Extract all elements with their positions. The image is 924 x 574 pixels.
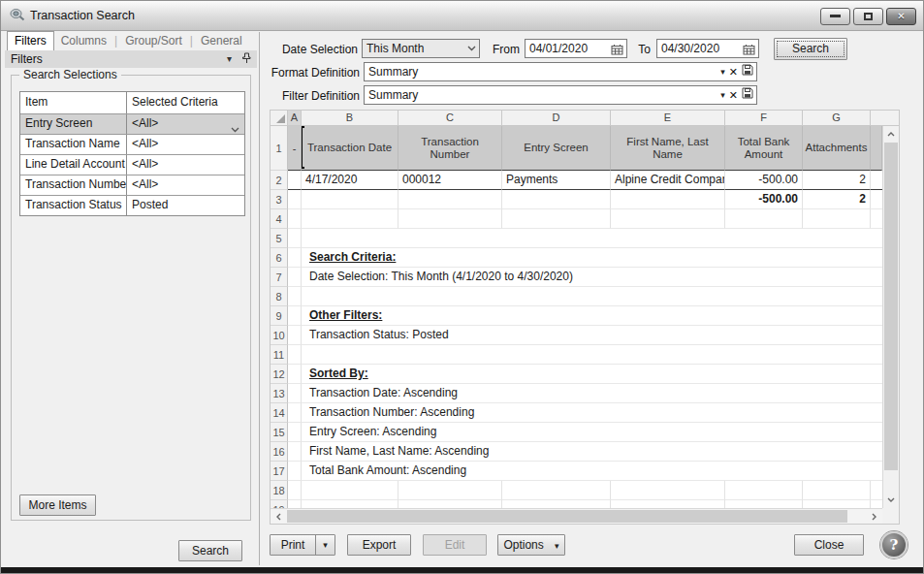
grid-merged-cell[interactable]: Transaction Status: Posted: [302, 326, 882, 345]
grid-cell[interactable]: [398, 481, 502, 500]
grid-cell[interactable]: [288, 287, 302, 306]
clear-icon[interactable]: ✕: [729, 66, 738, 78]
criteria-value[interactable]: <All>: [127, 155, 244, 175]
filter-definition-dropdown[interactable]: Summary ▾ ✕: [364, 85, 757, 105]
grid-cell[interactable]: [288, 423, 302, 442]
grid-cell[interactable]: [725, 500, 803, 508]
grid-cell[interactable]: [502, 190, 611, 209]
save-icon[interactable]: [742, 63, 753, 80]
grid-cell[interactable]: [611, 500, 725, 508]
grid-merged-cell[interactable]: Entry Screen: Ascending: [302, 423, 882, 442]
horizontal-scroll-thumb[interactable]: [287, 510, 847, 523]
grid-merged-cell[interactable]: Transaction Number: Ascending: [302, 403, 882, 423]
pin-icon[interactable]: [242, 52, 251, 66]
grid-merged-cell[interactable]: First Name, Last Name: Ascending: [302, 442, 882, 462]
row-header[interactable]: 5: [271, 229, 288, 248]
grid-merged-cell[interactable]: [302, 287, 882, 306]
to-date-input[interactable]: 04/30/2020: [656, 39, 759, 58]
row-header[interactable]: 16: [271, 442, 288, 462]
grid-cell[interactable]: Payments: [502, 171, 611, 190]
row-header[interactable]: 11: [271, 345, 288, 365]
criteria-value[interactable]: <All>: [127, 175, 244, 195]
criteria-row[interactable]: Transaction Name<All>: [20, 134, 244, 154]
vertical-scroll-thumb[interactable]: [884, 143, 898, 470]
calendar-icon[interactable]: [743, 43, 755, 58]
scroll-right-arrow[interactable]: [866, 509, 882, 524]
left-search-button[interactable]: Search: [178, 540, 242, 561]
grid-cell[interactable]: [302, 190, 398, 209]
close-button[interactable]: Close: [794, 534, 864, 556]
format-definition-dropdown[interactable]: Summary ▾ ✕: [364, 62, 757, 81]
grid-cell[interactable]: [288, 442, 302, 462]
criteria-row[interactable]: Entry Screen<All>: [20, 113, 244, 134]
grid-cell[interactable]: [288, 229, 302, 248]
grid-merged-cell[interactable]: Transaction Date: Ascending: [302, 384, 882, 403]
grid-cell[interactable]: 2: [803, 190, 871, 209]
tab-filters[interactable]: Filters: [7, 31, 54, 50]
tab-columns[interactable]: Columns: [54, 32, 113, 50]
more-items-button[interactable]: More Items: [19, 494, 96, 516]
row-header[interactable]: 15: [271, 423, 288, 442]
from-date-input[interactable]: 04/01/2020: [525, 39, 627, 58]
column-letter-E[interactable]: E: [611, 111, 725, 126]
grid-merged-cell[interactable]: Total Bank Amount: Ascending: [302, 462, 882, 481]
vertical-scrollbar[interactable]: [882, 126, 899, 508]
grid-merged-cell[interactable]: [302, 229, 882, 248]
grid-cell[interactable]: [302, 500, 398, 508]
row-header[interactable]: 8: [271, 287, 288, 306]
criteria-row[interactable]: Line Detail Account<All>: [20, 154, 244, 175]
scroll-up-arrow[interactable]: [883, 126, 899, 143]
grid-cell[interactable]: [725, 481, 803, 500]
print-button[interactable]: Print: [271, 535, 315, 555]
grid-cell[interactable]: [502, 209, 611, 229]
grid-column-header[interactable]: Transaction Number: [398, 126, 502, 171]
row-header[interactable]: 14: [271, 403, 288, 423]
criteria-row[interactable]: Transaction Number<All>: [20, 175, 244, 195]
scroll-left-arrow[interactable]: [271, 509, 287, 524]
select-all-corner[interactable]: [271, 111, 288, 126]
grid-cell[interactable]: [611, 481, 725, 500]
dropdown-arrow-icon[interactable]: ▾: [720, 90, 725, 100]
close-window-button[interactable]: ✕: [886, 8, 916, 25]
grid-cell[interactable]: [803, 209, 871, 229]
grid-merged-cell[interactable]: Date Selection: This Month (4/1/2020 to …: [302, 268, 882, 287]
tab-group-sort[interactable]: Group/Sort: [118, 32, 189, 50]
grid-cell[interactable]: [398, 500, 502, 508]
grid-cell[interactable]: [288, 365, 302, 384]
grid-cell[interactable]: Alpine Credit Company: [611, 171, 725, 190]
search-button[interactable]: Search: [774, 38, 847, 60]
collapse-chevron-icon[interactable]: ▾: [227, 54, 232, 64]
row-header[interactable]: 2: [271, 171, 288, 190]
column-letter-A[interactable]: A: [288, 111, 302, 126]
row-header[interactable]: 17: [271, 462, 288, 481]
grid-cell[interactable]: [288, 403, 302, 423]
chevron-down-icon[interactable]: [231, 120, 239, 134]
column-letter-G[interactable]: G: [803, 111, 871, 126]
row-header[interactable]: 7: [271, 268, 288, 287]
options-button[interactable]: Options ▾: [497, 534, 565, 556]
grid-merged-cell[interactable]: [302, 345, 882, 365]
help-button[interactable]: ?: [880, 531, 908, 558]
row-header[interactable]: 4: [271, 209, 288, 229]
criteria-row[interactable]: Transaction StatusPosted: [20, 195, 244, 215]
grid-cell[interactable]: [725, 209, 803, 229]
grid-cell[interactable]: [288, 345, 302, 365]
grid-cell[interactable]: [398, 190, 502, 209]
row-header[interactable]: 6: [271, 248, 288, 268]
grid-cell[interactable]: [611, 190, 725, 209]
grid-cell[interactable]: [803, 500, 871, 508]
row-header[interactable]: 12: [271, 365, 288, 384]
grid-cell[interactable]: -: [288, 126, 302, 171]
grid-column-header[interactable]: First Name, Last Name: [611, 126, 725, 171]
maximize-button[interactable]: [853, 8, 883, 25]
minimize-button[interactable]: [820, 8, 850, 25]
grid-cell[interactable]: [288, 248, 302, 268]
row-header[interactable]: 18: [271, 481, 288, 500]
grid-cell[interactable]: -500.00: [725, 171, 803, 190]
grid-cell[interactable]: [288, 306, 302, 326]
scroll-down-arrow[interactable]: [883, 492, 899, 508]
grid-cell[interactable]: [502, 500, 611, 508]
grid-column-header[interactable]: Transaction Date: [302, 126, 398, 171]
grid-cell[interactable]: -500.00: [725, 190, 803, 209]
row-header[interactable]: 10: [271, 326, 288, 345]
